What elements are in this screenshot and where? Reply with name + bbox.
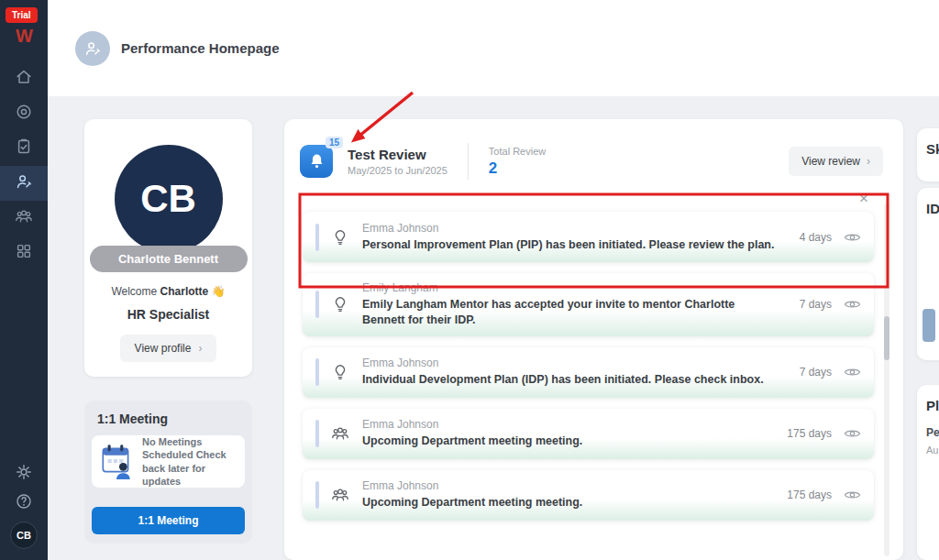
side-panel-fragment-3: Pl Pe Au: [917, 385, 939, 560]
eye-icon[interactable]: [844, 427, 861, 440]
notification-body: Emma Johnson Individual Development Plan…: [362, 357, 786, 388]
app-window: Trial W CB: [0, 0, 939, 560]
notification-age: 175 days: [786, 427, 832, 440]
meeting-panel-title: 1:1 Meeting: [97, 412, 245, 426]
header-divider: [468, 143, 469, 180]
meeting-panel: 1:1 Meeting No Meetings Scheduled Check …: [84, 401, 252, 544]
review-card: 15 Test Review May/2025 to Jun/2025 Tota…: [284, 119, 903, 560]
page-header: Performance Homepage: [48, 0, 939, 96]
people-icon: [331, 486, 349, 504]
sidebar-item-performance[interactable]: [0, 166, 48, 201]
notification-row[interactable]: Emma Johnson Individual Development Plan…: [303, 347, 874, 398]
close-icon[interactable]: ×: [859, 191, 868, 206]
view-review-button[interactable]: View review ›: [789, 147, 883, 176]
notification-message: Personal Improvement Plan (PIP) has been…: [362, 237, 779, 253]
gear-icon: [15, 463, 33, 481]
bulb-icon: [331, 363, 349, 381]
profile-card: CB Charlotte Bennett Welcome Charlotte 👋…: [84, 119, 252, 377]
clipboard-check-icon: [15, 137, 33, 159]
notification-message: Upcoming Department meeting meeting.: [362, 495, 779, 511]
user-avatar[interactable]: CB: [10, 522, 38, 549]
row-accent-bar: [315, 358, 319, 386]
review-title-block: Test Review May/2025 to Jun/2025: [348, 147, 447, 176]
row-accent-bar: [315, 291, 319, 318]
people-icon: [15, 207, 33, 229]
notification-message: Emily Langham Mentor has accepted your i…: [362, 297, 779, 328]
help-icon: [15, 492, 33, 511]
panel-title-fragment: Pl: [926, 398, 939, 413]
trial-badge: Trial: [6, 7, 38, 23]
notification-row[interactable]: Emma Johnson Upcoming Department meeting…: [303, 409, 874, 459]
empty-meeting-card: No Meetings Scheduled Check back later f…: [92, 435, 245, 488]
empty-meeting-text: No Meetings Scheduled Check back later f…: [142, 435, 239, 488]
review-title: Test Review: [348, 147, 447, 162]
page-title: Performance Homepage: [121, 40, 280, 56]
person-edit-icon: [15, 172, 33, 194]
view-profile-button[interactable]: View profile ›: [120, 335, 217, 362]
sidebar-item-apps[interactable]: [0, 236, 48, 270]
eye-icon[interactable]: [844, 231, 861, 244]
eye-icon[interactable]: [844, 298, 861, 311]
bell-icon: [309, 153, 325, 170]
chevron-right-icon: ›: [198, 342, 202, 355]
scrollbar-thumb[interactable]: [884, 316, 889, 360]
notification-sender: Emma Johnson: [362, 479, 779, 492]
review-header: 15 Test Review May/2025 to Jun/2025 Tota…: [284, 137, 903, 191]
notification-body: Emma Johnson Upcoming Department meeting…: [362, 479, 786, 511]
side-panel-fragment-1: Sk: [917, 128, 939, 181]
sidebar-item-people[interactable]: [0, 201, 48, 236]
notification-message: Individual Development Plan (IDP) has be…: [362, 372, 779, 388]
profile-name-pill: Charlotte Bennett: [90, 246, 248, 272]
notification-age: 175 days: [786, 489, 832, 501]
sidebar-item-home[interactable]: [0, 61, 48, 96]
notification-message: Upcoming Department meeting meeting.: [362, 434, 779, 449]
help-button[interactable]: [15, 492, 33, 511]
panel-title-fragment: ID: [926, 201, 939, 216]
sidebar: Trial W CB: [0, 0, 48, 560]
notifications-bell-button[interactable]: 15: [300, 145, 333, 178]
people-icon: [331, 424, 349, 443]
person-edit-icon: [83, 39, 102, 58]
target-icon: [15, 103, 33, 125]
notification-list-header: ×: [284, 191, 903, 210]
profile-avatar: CB: [115, 145, 223, 253]
bulb-icon: [331, 295, 349, 313]
review-date-range: May/2025 to Jun/2025: [348, 165, 447, 176]
panel-text-fragment: Au: [926, 445, 939, 456]
panel-illustration-fragment: [922, 309, 935, 342]
meeting-button[interactable]: 1:1 Meeting: [92, 507, 245, 534]
notification-body: Emma Johnson Upcoming Department meeting…: [362, 418, 786, 449]
eye-icon[interactable]: [844, 489, 861, 501]
total-review-value: 2: [489, 159, 546, 178]
chevron-right-icon: ›: [867, 155, 870, 168]
notification-row[interactable]: Emma Johnson Personal Improvement Plan (…: [303, 212, 874, 262]
sidebar-bottom: CB: [10, 463, 38, 560]
notification-row[interactable]: Emily Langham Emily Langham Mentor has a…: [303, 273, 874, 336]
calendar-illustration: [97, 441, 136, 483]
home-icon: [15, 68, 33, 90]
notification-age: 4 days: [786, 231, 832, 244]
panel-title-fragment: Sk: [926, 141, 939, 157]
grid-icon: [15, 242, 33, 264]
notification-body: Emma Johnson Personal Improvement Plan (…: [362, 222, 786, 253]
profile-role: HR Specialist: [84, 307, 252, 322]
notification-age: 7 days: [786, 298, 832, 311]
notification-count-badge: 15: [326, 137, 343, 148]
notification-sender: Emma Johnson: [362, 418, 779, 431]
sidebar-item-goals[interactable]: [0, 96, 48, 131]
scrollbar-track[interactable]: [884, 203, 889, 556]
row-accent-bar: [315, 481, 319, 509]
eye-icon[interactable]: [844, 366, 861, 379]
welcome-text: Welcome Charlotte 👋: [84, 285, 252, 298]
notification-row[interactable]: Emma Johnson Upcoming Department meeting…: [303, 470, 874, 521]
sidebar-item-tasks[interactable]: [0, 131, 48, 166]
total-review-block: Total Review 2: [489, 146, 546, 178]
notification-sender: Emily Langham: [362, 281, 779, 294]
notification-body: Emily Langham Emily Langham Mentor has a…: [362, 281, 786, 328]
settings-button[interactable]: [15, 463, 33, 481]
page-header-icon: [75, 31, 110, 66]
row-accent-bar: [315, 420, 319, 447]
side-panel-fragment-2: ID: [917, 188, 939, 360]
app-logo: W: [16, 26, 32, 47]
panel-text-fragment: Pe: [926, 426, 939, 439]
